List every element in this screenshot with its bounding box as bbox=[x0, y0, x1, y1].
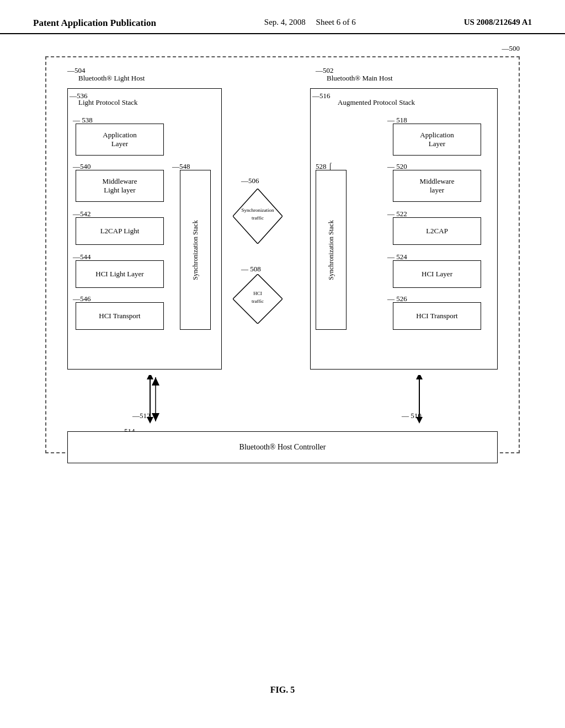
middleware-light-box: Middleware Light layer bbox=[76, 170, 164, 202]
svg-text:Synchronization: Synchronization bbox=[242, 207, 274, 213]
app-layer-main-box: Application Layer bbox=[393, 124, 481, 156]
diagram-area: —500 —504 Bluetooth® Light Host —536 Lig… bbox=[45, 56, 520, 542]
hci-layer-main-label: HCI Layer bbox=[422, 270, 452, 279]
date: Sep. 4, 2008 bbox=[264, 18, 306, 26]
l2cap-light-box: L2CAP Light bbox=[76, 217, 164, 245]
ref-508: — 508 bbox=[241, 265, 261, 274]
light-protocol-stack-title: Light Protocol Stack bbox=[78, 98, 138, 107]
ref-516: —516 bbox=[312, 92, 331, 100]
hci-transport-light-box: HCI Transport bbox=[76, 302, 164, 330]
middleware-main-label: Middleware layer bbox=[420, 177, 455, 195]
sync-traffic-arrow: Synchronization traffic bbox=[233, 189, 282, 244]
sheet: Sheet 6 of 6 bbox=[316, 18, 356, 26]
patent-number: US 2008/212649 A1 bbox=[464, 18, 532, 27]
main-host-title: Bluetooth® Main Host bbox=[327, 74, 393, 83]
hci-transport-light-label: HCI Transport bbox=[99, 312, 141, 320]
hci-light-box: HCI Light Layer bbox=[76, 260, 164, 288]
page-header: Patent Application Publication Sep. 4, 2… bbox=[0, 0, 565, 34]
hci-transport1-svg: HCI transport 1 bbox=[403, 375, 436, 425]
middleware-light-label: Middleware Light layer bbox=[103, 177, 137, 195]
hci-traffic-arrow: HCI traffic bbox=[233, 274, 282, 324]
l2cap-main-label: L2CAP bbox=[426, 227, 448, 235]
svg-text:traffic: traffic bbox=[252, 298, 264, 304]
hci-light-label: HCI Light Layer bbox=[95, 270, 143, 279]
app-layer-light-label: Application Layer bbox=[103, 131, 136, 148]
publication-title: Patent Application Publication bbox=[33, 18, 156, 29]
sync-stack-main-label: Synchronization Stack bbox=[327, 220, 335, 280]
figure-label: FIG. 5 bbox=[270, 685, 295, 695]
ref-506: —506 bbox=[241, 176, 259, 185]
host-controller-box: Bluetooth® Host Controller bbox=[67, 431, 498, 463]
l2cap-light-label: L2CAP Light bbox=[100, 227, 140, 235]
date-sheet: Sep. 4, 2008 Sheet 6 of 6 bbox=[264, 18, 356, 27]
light-host-title: Bluetooth® Light Host bbox=[78, 74, 145, 83]
sync-stack-light-box: Synchronization Stack bbox=[180, 170, 211, 330]
hci-transport-main-label: HCI Transport bbox=[416, 312, 458, 320]
svg-text:HCI: HCI bbox=[253, 291, 262, 296]
hci-transport2-svg: HCI transport 2 bbox=[134, 375, 167, 425]
sync-stack-light-label: Synchronization Stack bbox=[191, 220, 200, 280]
hci-layer-main-box: HCI Layer bbox=[393, 260, 481, 288]
svg-text:traffic: traffic bbox=[252, 215, 264, 221]
augmented-protocol-stack-title: Augmented Protocol Stack bbox=[338, 98, 415, 107]
l2cap-main-box: L2CAP bbox=[393, 217, 481, 245]
sync-stack-main-box: Synchronization Stack bbox=[316, 170, 347, 330]
middleware-main-box: Middleware layer bbox=[393, 170, 481, 202]
ref-500: —500 bbox=[502, 44, 520, 53]
app-layer-main-label: Application Layer bbox=[420, 131, 454, 148]
hci-transport-main-box: HCI Transport bbox=[393, 302, 481, 330]
app-layer-light-box: Application Layer bbox=[76, 124, 164, 156]
host-controller-label: Bluetooth® Host Controller bbox=[239, 443, 326, 452]
